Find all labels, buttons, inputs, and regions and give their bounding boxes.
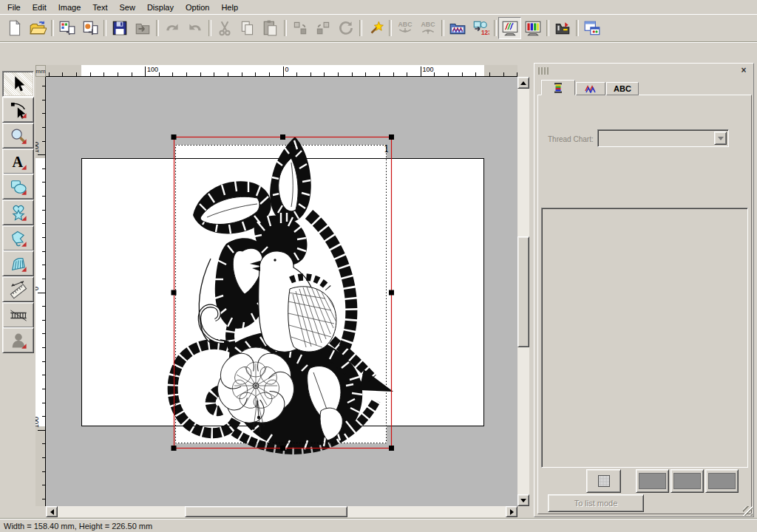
flip-horizontal-button[interactable]: [311, 17, 334, 39]
text-attribute-tab-label: ABC: [614, 84, 631, 93]
horizontal-scrollbar[interactable]: [46, 506, 517, 517]
svg-text:123: 123: [481, 30, 489, 36]
status-bar: Width = 158.40 mm, Height = 226.50 mm: [0, 518, 757, 532]
stitch-tool-button[interactable]: [2, 302, 34, 328]
stitch-view-button[interactable]: [498, 17, 521, 39]
toolbar-separator: [492, 18, 498, 38]
svg-text:0: 0: [285, 66, 289, 73]
svg-text:0: 0: [35, 287, 40, 290]
color-button-3[interactable]: [705, 469, 739, 493]
thread-chart-row: Thread Chart:: [538, 128, 751, 150]
zoom-tool-button[interactable]: [2, 123, 34, 149]
application-window: File Edit Image Text Sew Display Option …: [0, 0, 757, 532]
ruler-unit-label: mm: [35, 68, 45, 75]
ruler-unit-box: mm: [35, 65, 46, 77]
svg-text:100: 100: [423, 66, 434, 73]
panel-drag-handle[interactable]: [538, 67, 550, 75]
magic-select-button[interactable]: [364, 17, 387, 39]
shape-tool-button[interactable]: [2, 174, 34, 200]
horizontal-scroll-thumb[interactable]: [185, 506, 347, 517]
panel-close-icon[interactable]: ×: [739, 66, 749, 75]
scroll-up-button[interactable]: [517, 77, 529, 89]
rotate-button[interactable]: [334, 17, 357, 39]
stitch-simulator-button[interactable]: [551, 17, 574, 39]
redo-button[interactable]: [183, 17, 206, 39]
freeform-shape-tool-button[interactable]: [2, 225, 34, 251]
realistic-view-button[interactable]: [521, 17, 544, 39]
thread-color-tab[interactable]: [541, 80, 575, 95]
panel-resize-grip[interactable]: [743, 506, 753, 516]
fit-text-arch-down-button[interactable]: ABC: [393, 17, 416, 39]
scroll-right-button[interactable]: [506, 506, 517, 517]
menu-edit[interactable]: Edit: [27, 1, 52, 14]
menu-text[interactable]: Text: [86, 1, 113, 14]
stitch-attribute-tab[interactable]: [576, 82, 605, 95]
point-edit-tool-button[interactable]: [2, 97, 34, 123]
symbol-shape-tool-button[interactable]: [2, 200, 34, 225]
flip-vertical-button[interactable]: [288, 17, 311, 39]
toolbar-separator: [282, 18, 288, 38]
svg-text:ABC: ABC: [398, 21, 413, 28]
save-button[interactable]: [108, 17, 131, 39]
design-property-button[interactable]: 123: [469, 17, 492, 39]
open-file-button[interactable]: [26, 17, 49, 39]
thread-chart-button[interactable]: [446, 17, 469, 39]
thread-chart-dropdown[interactable]: [597, 129, 729, 147]
menu-image[interactable]: Image: [52, 1, 87, 14]
select-tool-button[interactable]: [2, 71, 34, 97]
scrollbar-corner: [517, 506, 529, 517]
svg-text:A: A: [12, 154, 23, 170]
sector-tool-button[interactable]: [2, 250, 34, 276]
import-image-button[interactable]: [78, 17, 101, 39]
toolbar-separator: [387, 18, 393, 38]
hoop-tool-button[interactable]: [2, 327, 34, 353]
to-list-mode-label: To list mode: [574, 499, 618, 508]
horizontal-ruler: 1000100: [46, 65, 517, 77]
sewing-attributes-panel: × ABC Thread Chart: To list mode: [534, 63, 754, 517]
scroll-left-button[interactable]: [46, 506, 58, 517]
copy-button[interactable]: [236, 17, 259, 39]
toolbar-separator: [544, 18, 551, 38]
svg-text:100: 100: [35, 142, 40, 153]
fit-text-arch-up-button[interactable]: ABC: [416, 17, 439, 39]
toolbar-separator: [357, 18, 364, 38]
paste-button[interactable]: [259, 17, 282, 39]
undo-button[interactable]: [160, 17, 183, 39]
reference-window-button[interactable]: [580, 17, 603, 39]
selection-sequence-label: 1: [384, 144, 390, 154]
hatch-icon: [598, 475, 610, 487]
measure-tool-button[interactable]: [2, 276, 34, 302]
text-tool-button[interactable]: A: [2, 149, 34, 174]
svg-text:100: 100: [147, 66, 158, 73]
dock-strip: [0, 41, 757, 64]
color-button-2[interactable]: [671, 469, 704, 493]
text-attribute-tab[interactable]: ABC: [606, 82, 639, 95]
menu-help[interactable]: Help: [215, 1, 244, 14]
to-list-mode-button[interactable]: To list mode: [548, 494, 644, 512]
vertical-scrollbar[interactable]: [517, 77, 529, 506]
menu-file[interactable]: File: [1, 1, 27, 14]
design-canvas[interactable]: 1: [46, 77, 517, 506]
new-document-button[interactable]: [3, 17, 26, 39]
toolbar: ABC ABC 123: [0, 14, 757, 41]
import-design-button[interactable]: [55, 17, 78, 39]
menu-option[interactable]: Option: [180, 1, 215, 14]
tool-palette: A: [0, 64, 35, 517]
scroll-down-button[interactable]: [517, 494, 529, 506]
menu-display[interactable]: Display: [141, 1, 180, 14]
vertical-ruler: 1000100: [35, 77, 46, 506]
toolbar-separator: [574, 18, 580, 38]
menu-bar: File Edit Image Text Sew Display Option …: [0, 0, 757, 14]
color-button-1[interactable]: [636, 469, 669, 493]
appearance-button[interactable]: [586, 469, 621, 493]
svg-text:ABC: ABC: [421, 21, 435, 28]
cut-button[interactable]: [213, 17, 236, 39]
thread-list-area: [541, 208, 748, 468]
vertical-scroll-thumb[interactable]: [517, 236, 529, 347]
svg-text:100: 100: [35, 417, 40, 428]
menu-sew[interactable]: Sew: [113, 1, 140, 14]
dropdown-arrow-button[interactable]: [714, 132, 727, 145]
thread-chart-label: Thread Chart:: [548, 135, 594, 143]
toolbar-separator: [101, 18, 108, 38]
write-to-card-button[interactable]: [131, 17, 154, 39]
